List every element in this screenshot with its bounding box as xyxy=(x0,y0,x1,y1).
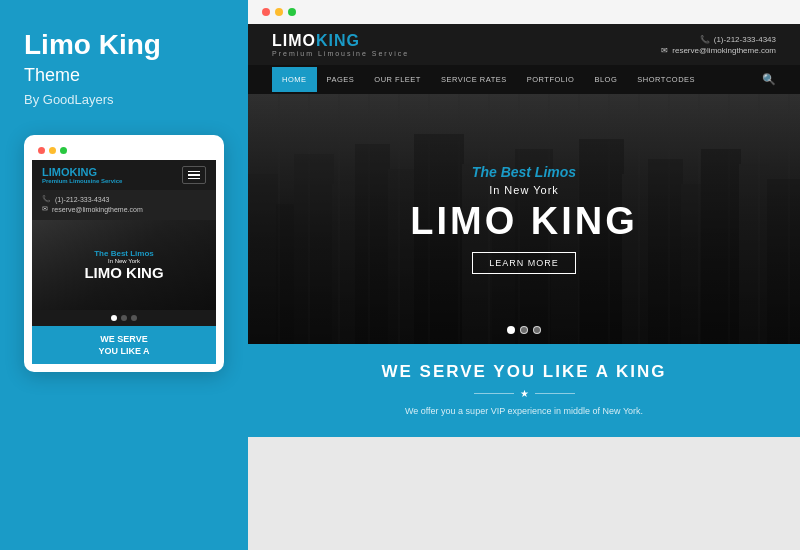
phone-icon: 📞 xyxy=(42,195,51,203)
desktop-logo-limo: LIMO xyxy=(272,32,316,49)
nav-item-shortcodes[interactable]: SHORTCODES xyxy=(627,67,705,92)
nav-item-our-fleet[interactable]: OUR FLEET xyxy=(364,67,431,92)
desktop-phone-icon: 📞 xyxy=(700,35,710,44)
hero-cta-button[interactable]: Learn More xyxy=(472,252,576,274)
desktop-logo-king: KING xyxy=(316,32,360,49)
theme-author: By GoodLayers xyxy=(24,92,224,107)
hero-dot-1[interactable] xyxy=(507,326,515,334)
desktop-close-dot xyxy=(262,8,270,16)
hero-dot-3[interactable] xyxy=(533,326,541,334)
close-dot xyxy=(38,147,45,154)
desktop-email: ✉ reserve@limokingtheme.com xyxy=(661,46,776,55)
desktop-logo: LIMOKING Premium Limousine Service xyxy=(272,32,409,57)
desktop-logo-subtitle: Premium Limousine Service xyxy=(272,50,409,57)
mobile-slider-dots xyxy=(32,310,216,326)
mobile-slide-dot-2[interactable] xyxy=(121,315,127,321)
serve-section: WE SERVE YOU LIKE A KING ★ We offer you … xyxy=(248,344,800,437)
nav-item-pages[interactable]: PAGES xyxy=(317,67,365,92)
maximize-dot xyxy=(60,147,67,154)
nav-item-service-rates[interactable]: SERVICE RATES xyxy=(431,67,517,92)
minimize-dot xyxy=(49,147,56,154)
desktop-maximize-dot xyxy=(288,8,296,16)
mobile-logo-text2: KING xyxy=(70,166,98,178)
mobile-serve-subtitle: YOU LIKE A xyxy=(42,346,206,356)
hamburger-menu-icon[interactable] xyxy=(182,166,206,185)
mobile-slide-dot-1[interactable] xyxy=(111,315,117,321)
left-panel: Limo King Theme By GoodLayers LIMOKING P… xyxy=(0,0,248,550)
mobile-mockup: LIMOKING Premium Limousine Service 📞 (1)… xyxy=(24,135,224,373)
serve-description: We offer you a super VIP experience in m… xyxy=(374,405,674,419)
desktop-phone: 📞 (1)-212-333-4343 xyxy=(700,35,776,44)
desktop-minimize-dot xyxy=(275,8,283,16)
nav-search-icon[interactable]: 🔍 xyxy=(762,65,776,94)
nav-item-home[interactable]: HOME xyxy=(272,67,317,92)
mobile-window-controls xyxy=(32,143,216,160)
email-icon: ✉ xyxy=(42,205,48,213)
mobile-site-header: LIMOKING Premium Limousine Service xyxy=(32,160,216,191)
hero-tagline: The Best Limos xyxy=(410,164,638,180)
desktop-logo-text: LIMOKING xyxy=(272,32,409,50)
mobile-logo-subtitle: Premium Limousine Service xyxy=(42,178,122,184)
mobile-contact: 📞 (1)-212-333-4343 ✉ reserve@limokingthe… xyxy=(32,190,216,220)
desktop-window-controls xyxy=(248,0,800,24)
mobile-hero: The Best Limos In New York LIMO KING xyxy=(32,220,216,310)
serve-star-icon: ★ xyxy=(520,388,529,399)
theme-title: Limo King xyxy=(24,30,224,61)
mobile-hero-title: LIMO KING xyxy=(84,264,163,281)
desktop-hero: The Best Limos In New York LIMO KING Lea… xyxy=(248,94,800,344)
desktop-browser-content: LIMOKING Premium Limousine Service 📞 (1)… xyxy=(248,24,800,437)
nav-item-blog[interactable]: BLOG xyxy=(584,67,627,92)
theme-subtitle: Theme xyxy=(24,65,224,86)
hamburger-line-1 xyxy=(188,171,200,173)
serve-line-left xyxy=(474,393,514,394)
hero-dot-2[interactable] xyxy=(520,326,528,334)
desktop-site-header: LIMOKING Premium Limousine Service 📞 (1)… xyxy=(248,24,800,65)
mobile-logo-text1: LIMO xyxy=(42,166,70,178)
mobile-serve-title: WE SERVE xyxy=(42,334,206,344)
hero-slider-dots xyxy=(507,326,541,334)
hero-content: The Best Limos In New York LIMO KING Lea… xyxy=(410,164,638,274)
nav-item-portfolio[interactable]: PORTFOLIO xyxy=(517,67,585,92)
desktop-contact-info: 📞 (1)-212-333-4343 ✉ reserve@limokingthe… xyxy=(661,35,776,55)
hero-main-title: LIMO KING xyxy=(410,202,638,240)
right-panel: LIMOKING Premium Limousine Service 📞 (1)… xyxy=(248,0,800,550)
mobile-hero-tagline: The Best Limos xyxy=(94,249,154,258)
hero-location: In New York xyxy=(410,184,638,196)
desktop-email-icon: ✉ xyxy=(661,46,668,55)
mobile-blue-section: WE SERVE YOU LIKE A xyxy=(32,326,216,364)
serve-line-right xyxy=(535,393,575,394)
mobile-email: ✉ reserve@limokingtheme.com xyxy=(42,205,206,213)
hamburger-line-2 xyxy=(188,174,200,176)
serve-title: WE SERVE YOU LIKE A KING xyxy=(268,362,780,382)
hamburger-line-3 xyxy=(188,178,200,180)
mobile-phone: 📞 (1)-212-333-4343 xyxy=(42,195,206,203)
mobile-logo: LIMOKING Premium Limousine Service xyxy=(42,166,122,184)
desktop-nav: HOME PAGES OUR FLEET SERVICE RATES PORTF… xyxy=(248,65,800,94)
mobile-slide-dot-3[interactable] xyxy=(131,315,137,321)
serve-divider: ★ xyxy=(268,388,780,399)
